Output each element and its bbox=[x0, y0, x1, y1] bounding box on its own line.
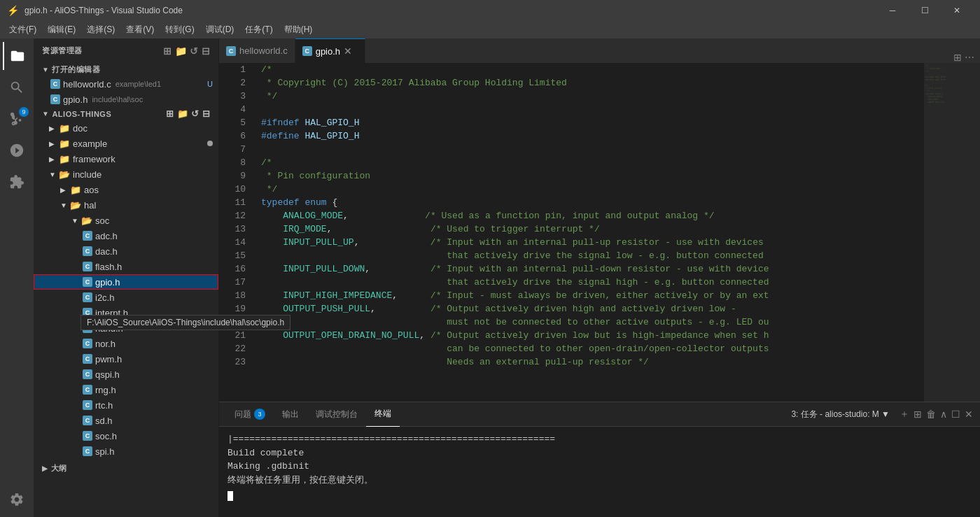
open-editor-gpio[interactable]: C gpio.h include\hal\soc bbox=[34, 92, 218, 107]
new-file-icon2[interactable]: ⊞ bbox=[166, 108, 174, 119]
file-flash[interactable]: C flash.h bbox=[34, 259, 218, 274]
folder-hal-label: hal bbox=[84, 200, 96, 211]
refresh-icon[interactable]: ↺ bbox=[190, 45, 199, 57]
panel-tabs: 问题 3 输出 调试控制台 终端 3: 任务 - alios-studio: M bbox=[219, 402, 980, 427]
code-content[interactable]: /* * Copyright (C) 2015-2017 Alibaba Gro… bbox=[254, 63, 924, 402]
new-folder-icon2[interactable]: 📁 bbox=[177, 108, 189, 119]
code-line-23: Needs an external pull-up resistor */ bbox=[261, 355, 924, 369]
maximize-button[interactable]: ☐ bbox=[909, 0, 941, 21]
activity-settings[interactable] bbox=[3, 486, 31, 514]
folder-soc[interactable]: ▼ 📂 soc bbox=[34, 213, 218, 228]
file-adc[interactable]: C adc.h bbox=[34, 228, 218, 243]
folder-icon-soc: 📂 bbox=[81, 215, 92, 226]
panel-tab-terminal[interactable]: 终端 bbox=[366, 402, 400, 427]
split-editor-button[interactable]: ⊞ bbox=[953, 52, 962, 63]
problems-badge: 3 bbox=[254, 409, 265, 420]
menu-item-v[interactable]: 查看(V) bbox=[120, 22, 160, 37]
new-folder-icon[interactable]: 📁 bbox=[175, 45, 188, 57]
code-line-9: * Pin configuration bbox=[261, 169, 924, 183]
menu-item-f[interactable]: 文件(F) bbox=[4, 22, 42, 37]
add-terminal-button[interactable]: ＋ bbox=[899, 408, 909, 420]
alios-things-section[interactable]: ▼ ALIOS-THINGS ⊞ 📁 ↺ ⊟ bbox=[34, 107, 218, 120]
soc-arrow: ▼ bbox=[71, 217, 78, 225]
file-nor[interactable]: C nor.h bbox=[34, 336, 218, 351]
collapse-icon2[interactable]: ⊟ bbox=[202, 108, 211, 119]
file-pwm[interactable]: C pwm.h bbox=[34, 351, 218, 367]
collapse-icon[interactable]: ⊟ bbox=[202, 45, 211, 57]
file-rng-label: rng.h bbox=[95, 385, 116, 395]
modified-badge: U bbox=[207, 80, 213, 88]
code-line-8: /* bbox=[261, 156, 924, 169]
open-editors-section[interactable]: ▼ 打开的编辑器 bbox=[34, 63, 218, 76]
minimize-button[interactable]: ─ bbox=[876, 0, 909, 21]
rng-icon: C bbox=[83, 385, 92, 395]
folder-doc[interactable]: ▶ 📁 doc bbox=[34, 120, 218, 136]
pwm-icon: C bbox=[83, 354, 92, 364]
terminal-content[interactable]: |=======================================… bbox=[219, 427, 980, 517]
panel-tab-problems[interactable]: 问题 3 bbox=[226, 402, 274, 427]
split-terminal-button[interactable]: ⊞ bbox=[913, 409, 922, 420]
more-tabs-button[interactable]: ⋯ bbox=[965, 52, 974, 63]
activity-git[interactable]: 9 bbox=[3, 105, 31, 133]
menu-item-t[interactable]: 任务(T) bbox=[239, 22, 278, 37]
code-line-18: INPUT_HIGH_IMPEDANCE, /* Input - must al… bbox=[261, 289, 924, 302]
hal-arrow: ▼ bbox=[60, 201, 67, 209]
tab-helloworld[interactable]: C helloworld.c bbox=[219, 38, 295, 63]
menu-item-e[interactable]: 编辑(E) bbox=[42, 22, 81, 37]
file-qspi-label: qspi.h bbox=[95, 369, 120, 380]
file-path-tooltip: F:\AliOS_Source\AliOS-Things\include\hal… bbox=[80, 315, 219, 330]
tab-gpio-close[interactable]: ✕ bbox=[344, 45, 352, 57]
activity-search[interactable] bbox=[3, 73, 31, 101]
folder-soc-label: soc bbox=[95, 215, 109, 226]
refresh-icon2[interactable]: ↺ bbox=[191, 108, 200, 119]
panel-up-button[interactable]: ∧ bbox=[940, 409, 947, 420]
close-button[interactable]: ✕ bbox=[941, 0, 973, 21]
folder-framework[interactable]: ▶ 📁 framework bbox=[34, 151, 218, 167]
file-sd-label: sd.h bbox=[95, 416, 113, 426]
qspi-icon: C bbox=[83, 369, 92, 379]
sidebar-actions: ⊞ 📁 ↺ ⊟ bbox=[163, 45, 210, 57]
folder-example[interactable]: ▶ 📁 example bbox=[34, 136, 218, 151]
outline-section[interactable]: ▶ 大纲 bbox=[34, 462, 218, 475]
activity-debug[interactable] bbox=[3, 136, 31, 164]
panel-tab-output[interactable]: 输出 bbox=[274, 402, 307, 427]
new-file-icon[interactable]: ⊞ bbox=[163, 45, 172, 57]
code-line-13: IRQ_MODE, /* Used to trigger interrupt *… bbox=[261, 222, 924, 236]
file-i2c[interactable]: C i2c.h bbox=[34, 290, 218, 305]
terminal-selector[interactable]: 3: 任务 - alios-studio: M ▼ bbox=[785, 409, 895, 420]
folder-example-label: example bbox=[73, 139, 107, 149]
kill-terminal-button[interactable]: 🗑 bbox=[926, 409, 936, 420]
file-spi-label: spi.h bbox=[95, 446, 114, 457]
soc-file-icon: C bbox=[83, 431, 92, 441]
panel-tab-debug[interactable]: 调试控制台 bbox=[307, 402, 366, 427]
file-soc[interactable]: C soc.h bbox=[34, 428, 218, 444]
folder-icon-hal: 📂 bbox=[70, 200, 81, 211]
file-dac[interactable]: C dac.h bbox=[34, 243, 218, 259]
file-gpio[interactable]: C gpio.h bbox=[34, 274, 218, 290]
menu-item-s[interactable]: 选择(S) bbox=[81, 22, 120, 37]
activity-explorer[interactable] bbox=[3, 42, 31, 70]
menu-item-g[interactable]: 转到(G) bbox=[160, 22, 200, 37]
folder-hal[interactable]: ▼ 📂 hal bbox=[34, 197, 218, 213]
activity-extensions[interactable] bbox=[3, 168, 31, 196]
panel-maximize-button[interactable]: ☐ bbox=[951, 409, 960, 420]
rtc-icon: C bbox=[83, 400, 92, 410]
menu-item-h[interactable]: 帮助(H) bbox=[279, 22, 318, 37]
open-editor-helloworld[interactable]: C helloworld.c example\led1 U bbox=[34, 76, 218, 92]
panel-close-button[interactable]: ✕ bbox=[965, 409, 973, 420]
file-qspi[interactable]: C qspi.h bbox=[34, 367, 218, 382]
file-spi[interactable]: C spi.h bbox=[34, 444, 218, 459]
open-editor-name: helloworld.c bbox=[63, 79, 111, 90]
file-sd[interactable]: C sd.h bbox=[34, 413, 218, 428]
code-editor: 12345 678910 1112131415 1617181920 21222… bbox=[219, 63, 980, 402]
sidebar: 资源管理器 ⊞ 📁 ↺ ⊟ ▼ 打开的编辑器 C helloworld.c ex… bbox=[34, 38, 219, 517]
file-rng[interactable]: C rng.h bbox=[34, 382, 218, 397]
window-title: gpio.h - AliOS-Things - Visual Studio Co… bbox=[24, 6, 876, 15]
git-badge: 9 bbox=[19, 107, 29, 117]
folder-include[interactable]: ▼ 📂 include bbox=[34, 167, 218, 182]
tab-gpio[interactable]: C gpio.h ✕ bbox=[295, 38, 365, 63]
folder-aos[interactable]: ▶ 📁 aos bbox=[34, 182, 218, 197]
file-rtc[interactable]: C rtc.h bbox=[34, 397, 218, 413]
menu-item-d[interactable]: 调试(D) bbox=[200, 22, 240, 37]
sidebar-header: 资源管理器 ⊞ 📁 ↺ ⊟ bbox=[34, 38, 218, 63]
